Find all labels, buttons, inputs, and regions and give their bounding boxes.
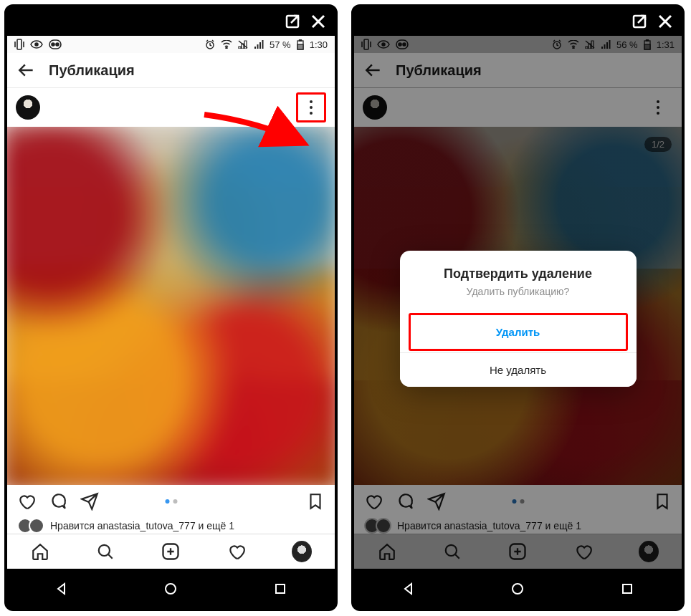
profile-avatar-icon bbox=[292, 541, 312, 562]
android-recents-icon[interactable] bbox=[619, 581, 635, 597]
android-back-icon[interactable] bbox=[401, 581, 416, 597]
image-pager bbox=[165, 499, 177, 504]
dialog-message: Удалить публикацию? bbox=[400, 286, 637, 312]
dialog-cancel-button[interactable]: Не удалять bbox=[400, 352, 637, 387]
open-external-icon[interactable] bbox=[630, 12, 649, 31]
post-actions bbox=[7, 485, 335, 518]
dual-tab-icon bbox=[49, 39, 62, 49]
battery-icon bbox=[297, 39, 304, 50]
frame-topbar bbox=[354, 7, 682, 36]
tab-activity[interactable] bbox=[227, 542, 247, 562]
likes-text: Нравится anastasia_tutova_777 и ещё 1 bbox=[50, 520, 234, 531]
like-button[interactable] bbox=[17, 492, 36, 511]
app-header: Публикация bbox=[7, 53, 335, 88]
battery-pct: 57 % bbox=[270, 39, 291, 50]
post-image[interactable] bbox=[7, 127, 335, 485]
cell-signal-icon bbox=[254, 40, 264, 49]
close-icon[interactable] bbox=[656, 12, 675, 31]
eye-icon bbox=[30, 40, 43, 49]
confirm-delete-dialog: Подтвердить удаление Удалить публикацию?… bbox=[400, 251, 637, 387]
tab-search[interactable] bbox=[95, 542, 115, 562]
phone-frame-right: 56 % 1:31 Публикация 1/2 bbox=[351, 4, 685, 611]
dialog-delete-button[interactable]: Удалить bbox=[421, 315, 616, 349]
svg-point-11 bbox=[99, 545, 110, 556]
back-icon[interactable] bbox=[17, 61, 36, 80]
dialog-title: Подтвердить удаление bbox=[400, 251, 637, 286]
share-button[interactable] bbox=[80, 492, 99, 511]
screen-left: 57 % 1:30 Публикация bbox=[7, 36, 335, 569]
page-title: Публикация bbox=[49, 62, 135, 79]
screen-right: 56 % 1:31 Публикация 1/2 bbox=[354, 36, 682, 569]
pager-dot bbox=[173, 499, 177, 504]
svg-rect-10 bbox=[297, 44, 303, 49]
tab-add[interactable] bbox=[161, 542, 181, 562]
svg-point-28 bbox=[513, 584, 523, 594]
close-icon[interactable] bbox=[309, 12, 328, 31]
wifi-icon bbox=[221, 40, 232, 49]
more-vert-icon bbox=[310, 100, 313, 115]
alarm-icon bbox=[205, 39, 215, 49]
more-options-button[interactable] bbox=[296, 92, 326, 122]
signal-off-icon bbox=[238, 40, 248, 49]
frame-topbar bbox=[7, 7, 335, 36]
svg-rect-29 bbox=[623, 584, 632, 593]
android-status-bar: 57 % 1:30 bbox=[7, 36, 335, 53]
android-nav-bar bbox=[7, 569, 335, 608]
tab-profile[interactable] bbox=[292, 542, 312, 562]
bottom-nav bbox=[7, 534, 335, 569]
svg-point-13 bbox=[166, 584, 176, 594]
vibrate-icon bbox=[14, 39, 24, 50]
svg-point-4 bbox=[52, 43, 54, 46]
android-nav-bar bbox=[354, 569, 682, 608]
phone-frame-left: 57 % 1:30 Публикация bbox=[4, 4, 338, 611]
android-recents-icon[interactable] bbox=[272, 581, 288, 597]
android-back-icon[interactable] bbox=[54, 581, 70, 597]
open-external-icon[interactable] bbox=[283, 12, 302, 31]
bookmark-button[interactable] bbox=[306, 492, 325, 511]
pager-dot bbox=[165, 499, 169, 504]
status-time: 1:30 bbox=[310, 39, 328, 50]
svg-rect-14 bbox=[276, 584, 285, 593]
svg-point-2 bbox=[35, 43, 38, 46]
android-home-icon[interactable] bbox=[510, 581, 525, 597]
svg-rect-1 bbox=[17, 39, 22, 49]
android-home-icon[interactable] bbox=[163, 581, 178, 597]
svg-point-5 bbox=[56, 43, 59, 46]
comment-button[interactable] bbox=[49, 492, 67, 511]
avatar[interactable] bbox=[16, 95, 40, 120]
svg-rect-9 bbox=[299, 39, 301, 41]
post-author-row bbox=[7, 88, 335, 127]
tab-home[interactable] bbox=[30, 542, 50, 562]
svg-point-7 bbox=[226, 47, 227, 49]
